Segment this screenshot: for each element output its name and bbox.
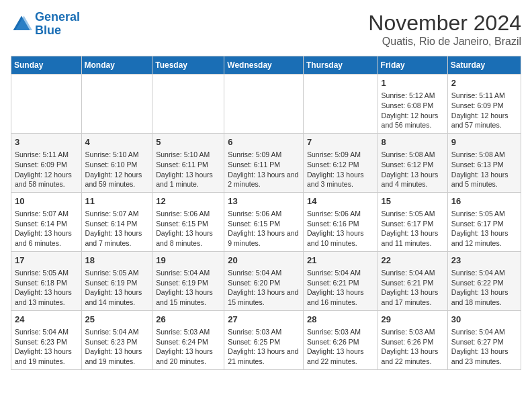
calendar-body: 1Sunrise: 5:12 AMSunset: 6:08 PMDaylight… <box>11 75 521 370</box>
cell-info: Sunset: 6:17 PM <box>382 219 444 229</box>
calendar-cell: 5Sunrise: 5:10 AMSunset: 6:11 PMDaylight… <box>152 133 224 192</box>
cell-info: Sunset: 6:14 PM <box>15 219 78 229</box>
calendar-cell: 25Sunrise: 5:04 AMSunset: 6:23 PMDayligh… <box>81 310 152 369</box>
cell-info: Daylight: 13 hours and 14 minutes. <box>85 287 149 307</box>
cell-info: Daylight: 12 hours and 58 minutes. <box>15 170 78 189</box>
cell-info: Sunset: 6:16 PM <box>307 219 374 229</box>
cell-info: Sunset: 6:09 PM <box>451 101 517 111</box>
cell-info: Sunset: 6:11 PM <box>228 160 300 170</box>
day-number: 1 <box>382 77 444 89</box>
calendar-week-row: 24Sunrise: 5:04 AMSunset: 6:23 PMDayligh… <box>11 310 521 369</box>
calendar-cell: 18Sunrise: 5:05 AMSunset: 6:19 PMDayligh… <box>81 251 152 310</box>
cell-info: Sunrise: 5:04 AM <box>15 327 78 337</box>
cell-info: Sunrise: 5:04 AM <box>451 327 517 337</box>
cell-info: Daylight: 13 hours and 9 minutes. <box>228 228 300 248</box>
cell-info: Sunset: 6:18 PM <box>15 278 78 288</box>
calendar-cell: 7Sunrise: 5:09 AMSunset: 6:12 PMDaylight… <box>303 133 378 192</box>
logo: General Blue <box>11 11 80 38</box>
calendar-cell: 26Sunrise: 5:03 AMSunset: 6:24 PMDayligh… <box>152 310 224 369</box>
cell-info: Daylight: 13 hours and 5 minutes. <box>451 170 517 189</box>
cell-info: Sunrise: 5:05 AM <box>15 268 78 278</box>
day-number: 3 <box>15 136 78 148</box>
cell-info: Sunset: 6:23 PM <box>85 337 149 347</box>
column-header-tuesday: Tuesday <box>152 56 224 75</box>
day-number: 20 <box>228 255 300 267</box>
cell-info: Daylight: 13 hours and 16 minutes. <box>307 287 374 307</box>
calendar-cell: 15Sunrise: 5:05 AMSunset: 6:17 PMDayligh… <box>378 192 447 251</box>
cell-info: Daylight: 13 hours and 15 minutes. <box>156 287 220 307</box>
page-subtitle: Quatis, Rio de Janeiro, Brazil <box>368 36 521 48</box>
cell-info: Daylight: 13 hours and 2 minutes. <box>228 170 300 189</box>
day-number: 29 <box>382 314 444 326</box>
day-number: 10 <box>15 195 78 208</box>
calendar-cell: 2Sunrise: 5:11 AMSunset: 6:09 PMDaylight… <box>447 75 521 134</box>
cell-info: Sunrise: 5:04 AM <box>156 268 220 278</box>
column-header-monday: Monday <box>81 56 152 75</box>
calendar-cell: 1Sunrise: 5:12 AMSunset: 6:08 PMDaylight… <box>378 75 447 134</box>
cell-info: Daylight: 13 hours and 15 minutes. <box>228 287 300 307</box>
cell-info: Sunrise: 5:08 AM <box>451 150 517 160</box>
cell-info: Daylight: 13 hours and 7 minutes. <box>85 228 149 248</box>
cell-info: Sunrise: 5:08 AM <box>382 150 444 160</box>
cell-info: Daylight: 13 hours and 17 minutes. <box>382 287 444 307</box>
cell-info: Daylight: 13 hours and 19 minutes. <box>85 347 149 366</box>
cell-info: Sunset: 6:24 PM <box>156 337 220 347</box>
calendar-cell: 27Sunrise: 5:03 AMSunset: 6:25 PMDayligh… <box>224 310 304 369</box>
cell-info: Sunset: 6:11 PM <box>156 160 220 170</box>
day-number: 19 <box>156 255 220 267</box>
cell-info: Daylight: 13 hours and 3 minutes. <box>307 170 374 189</box>
calendar-week-row: 3Sunrise: 5:11 AMSunset: 6:09 PMDaylight… <box>11 133 521 192</box>
cell-info: Daylight: 12 hours and 59 minutes. <box>85 170 149 189</box>
cell-info: Daylight: 13 hours and 1 minute. <box>156 170 220 189</box>
day-number: 22 <box>382 255 444 267</box>
cell-info: Daylight: 13 hours and 8 minutes. <box>156 228 220 248</box>
calendar-week-row: 10Sunrise: 5:07 AMSunset: 6:14 PMDayligh… <box>11 192 521 251</box>
calendar-week-row: 17Sunrise: 5:05 AMSunset: 6:18 PMDayligh… <box>11 251 521 310</box>
cell-info: Sunset: 6:21 PM <box>382 278 444 288</box>
day-number: 5 <box>156 136 220 148</box>
cell-info: Sunrise: 5:04 AM <box>451 268 517 278</box>
day-number: 28 <box>307 314 374 326</box>
cell-info: Sunrise: 5:06 AM <box>156 209 220 219</box>
cell-info: Sunset: 6:17 PM <box>451 219 517 229</box>
day-number: 21 <box>307 255 374 267</box>
cell-info: Sunset: 6:12 PM <box>382 160 444 170</box>
cell-info: Sunset: 6:13 PM <box>451 160 517 170</box>
column-header-sunday: Sunday <box>11 56 82 75</box>
cell-info: Sunset: 6:10 PM <box>85 160 149 170</box>
column-header-thursday: Thursday <box>303 56 378 75</box>
day-number: 24 <box>15 314 78 326</box>
column-header-wednesday: Wednesday <box>224 56 304 75</box>
calendar-cell: 8Sunrise: 5:08 AMSunset: 6:12 PMDaylight… <box>378 133 447 192</box>
cell-info: Sunset: 6:12 PM <box>307 160 374 170</box>
logo-line2: Blue <box>35 24 61 37</box>
cell-info: Sunrise: 5:07 AM <box>85 209 149 219</box>
logo-line1: General <box>35 10 80 24</box>
day-number: 7 <box>307 136 374 148</box>
cell-info: Sunrise: 5:05 AM <box>382 209 444 219</box>
cell-info: Sunrise: 5:05 AM <box>451 209 517 219</box>
calendar-cell: 19Sunrise: 5:04 AMSunset: 6:19 PMDayligh… <box>152 251 224 310</box>
cell-info: Sunset: 6:25 PM <box>228 337 300 347</box>
calendar-cell <box>81 75 152 134</box>
day-number: 16 <box>451 195 517 208</box>
cell-info: Sunset: 6:08 PM <box>382 101 444 111</box>
cell-info: Sunrise: 5:04 AM <box>382 268 444 278</box>
cell-info: Daylight: 13 hours and 21 minutes. <box>228 347 300 366</box>
cell-info: Sunrise: 5:07 AM <box>15 209 78 219</box>
cell-info: Sunset: 6:20 PM <box>228 278 300 288</box>
calendar-cell: 9Sunrise: 5:08 AMSunset: 6:13 PMDaylight… <box>447 133 521 192</box>
calendar-cell: 16Sunrise: 5:05 AMSunset: 6:17 PMDayligh… <box>447 192 521 251</box>
title-block: November 2024 Quatis, Rio de Janeiro, Br… <box>368 11 521 48</box>
cell-info: Sunrise: 5:03 AM <box>382 327 444 337</box>
day-number: 14 <box>307 195 374 208</box>
cell-info: Daylight: 13 hours and 20 minutes. <box>156 347 220 366</box>
day-number: 30 <box>451 314 517 326</box>
day-number: 27 <box>228 314 300 326</box>
calendar-cell: 6Sunrise: 5:09 AMSunset: 6:11 PMDaylight… <box>224 133 304 192</box>
cell-info: Sunset: 6:21 PM <box>307 278 374 288</box>
day-number: 11 <box>85 195 149 208</box>
cell-info: Sunrise: 5:06 AM <box>307 209 374 219</box>
cell-info: Daylight: 13 hours and 12 minutes. <box>451 228 517 248</box>
cell-info: Sunset: 6:15 PM <box>156 219 220 229</box>
